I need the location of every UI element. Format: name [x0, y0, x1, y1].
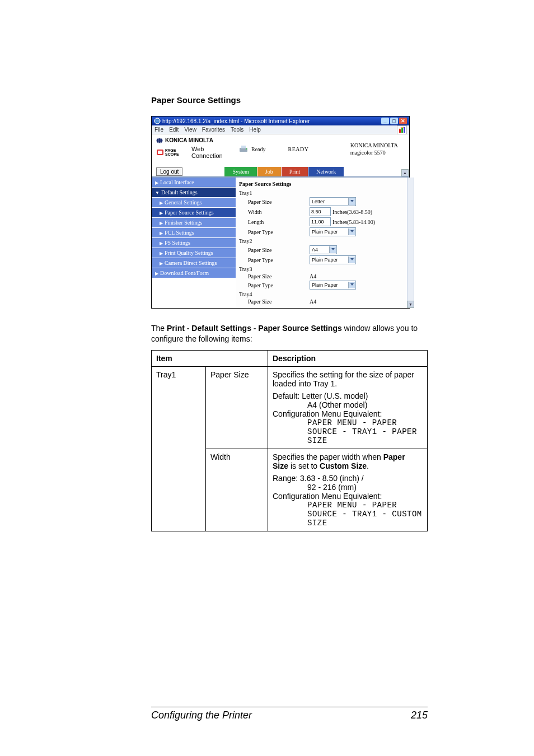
page-footer: Configuring the Printer 215 — [151, 707, 428, 721]
footer-page-number: 215 — [411, 710, 428, 721]
svg-rect-2 — [401, 128, 403, 133]
sidebar-item-camera-direct-settings[interactable]: ▶Camera Direct Settings — [152, 258, 236, 268]
tray2-papersize-label: Paper Size — [239, 247, 310, 253]
cell-width-desc: Specifies the paper width when Paper Siz… — [268, 449, 428, 531]
tray2-papersize-select[interactable]: A4 — [310, 245, 337, 254]
km-logo-icon — [156, 138, 163, 143]
sidebar-item-default-settings[interactable]: ▼Default Settings — [152, 188, 236, 198]
intro-paragraph: The Print - Default Settings - Paper Sou… — [151, 323, 428, 344]
close-button[interactable]: ✕ — [399, 118, 407, 124]
svg-point-6 — [158, 138, 161, 143]
cell-tray1: Tray1 — [152, 366, 206, 531]
svg-rect-10 — [241, 146, 246, 148]
sidebar-item-pcl-settings[interactable]: ▶PCL Settings — [152, 228, 236, 238]
brand-block: KONICA MINOLTA PAGE SCOPE Web Connection — [152, 134, 238, 164]
pagescope-label: Web Connection — [191, 146, 234, 159]
tab-network[interactable]: Network — [308, 167, 344, 176]
cell-papersize-desc: Specifies the setting for the size of pa… — [268, 366, 428, 449]
menu-view[interactable]: View — [184, 127, 196, 133]
tray2-papertype-label: Paper Type — [239, 257, 310, 263]
svg-rect-8 — [158, 151, 162, 154]
maximize-button[interactable]: □ — [390, 118, 398, 124]
tray1-papersize-label: Paper Size — [239, 199, 310, 205]
menu-bar: File Edit View Favorites Tools Help — [152, 125, 409, 134]
ie-throbber-icon — [397, 125, 407, 134]
tray1-papertype-select[interactable]: Plain Paper — [310, 227, 356, 236]
tray1-title: Tray1 — [239, 190, 310, 196]
tray1-papertype-label: Paper Type — [239, 229, 310, 235]
th-item: Item — [152, 350, 268, 366]
tray3-papertype-label: Paper Type — [239, 282, 310, 288]
menu-edit[interactable]: Edit — [169, 127, 179, 133]
tab-job[interactable]: Job — [257, 167, 282, 176]
sidebar-item-local-interface[interactable]: ▶Local Interface — [152, 178, 236, 188]
svg-rect-1 — [399, 129, 401, 133]
tray1-length-input[interactable]: 11.00 — [310, 217, 331, 226]
brand-name: KONICA MINOLTA — [165, 137, 213, 143]
scrollbar-track[interactable] — [407, 178, 414, 301]
menu-help[interactable]: Help — [249, 127, 261, 133]
menu-tools[interactable]: Tools — [231, 127, 243, 133]
cell-width: Width — [206, 449, 268, 531]
sidebar-item-ps-settings[interactable]: ▶PS Settings — [152, 238, 236, 248]
minimize-button[interactable]: _ — [381, 118, 389, 124]
sidebar-item-general-settings[interactable]: ▶General Settings — [152, 198, 236, 208]
window-titlebar: http://192.168.1.2/a_index.html - Micros… — [152, 116, 409, 125]
tray1-papersize-select[interactable]: Letter — [310, 197, 356, 206]
settings-table: Item Description Tray1 Paper Size Specif… — [151, 350, 428, 531]
tray2-papertype-select[interactable]: Plain Paper — [310, 255, 356, 264]
tray1-length-label: Length — [239, 219, 310, 225]
menu-favorites[interactable]: Favorites — [202, 127, 225, 133]
th-description: Description — [268, 350, 428, 366]
model-block: KONICA MINOLTA magicolor 5570 — [350, 142, 409, 156]
tray3-papertype-select[interactable]: Plain Paper — [310, 281, 356, 290]
sidebar-item-download-font-form[interactable]: ▶Download Font/Form — [152, 268, 236, 278]
menu-file[interactable]: File — [154, 127, 163, 133]
svg-rect-3 — [404, 127, 405, 133]
tray1-length-hint: Inches(5.83-14.00) — [332, 219, 375, 225]
printer-status-icon — [238, 144, 250, 154]
ie-icon — [154, 118, 161, 124]
tabs: System Job Print Network — [224, 167, 344, 176]
tray1-width-input[interactable]: 8.50 — [310, 207, 331, 216]
pagescope-icon — [156, 149, 163, 156]
content-heading: Paper Source Settings — [239, 181, 408, 187]
scroll-up-icon[interactable]: ▲ — [401, 169, 409, 176]
tray1-width-label: Width — [239, 209, 310, 215]
sidebar-item-paper-source-settings[interactable]: ▶Paper Source Settings — [152, 208, 236, 218]
pagescope-small: PAGE SCOPE — [165, 148, 189, 156]
window-title: http://192.168.1.2/a_index.html - Micros… — [162, 118, 310, 124]
tray4-papersize-label: Paper Size — [239, 298, 310, 305]
scroll-down-icon[interactable]: ▼ — [407, 301, 414, 308]
tray4-papersize-value: A4 — [310, 298, 316, 305]
tray4-title: Tray4 — [239, 291, 310, 297]
tab-print[interactable]: Print — [282, 167, 308, 176]
content-panel: Paper Source Settings Tray1 Paper Size L… — [236, 178, 409, 308]
status-ready-small: Ready — [251, 146, 266, 152]
tray3-papersize-value: A4 — [310, 273, 316, 279]
tray3-papersize-label: Paper Size — [239, 273, 310, 279]
cell-papersize: Paper Size — [206, 366, 268, 449]
svg-point-11 — [246, 148, 247, 150]
status-ready-word: READY — [288, 146, 309, 152]
footer-title: Configuring the Printer — [151, 710, 252, 721]
section-heading: Paper Source Settings — [151, 95, 428, 105]
sidebar: ▶Local Interface ▼Default Settings ▶Gene… — [152, 178, 236, 308]
sidebar-item-print-quality-settings[interactable]: ▶Print Quality Settings — [152, 248, 236, 258]
app-screenshot: http://192.168.1.2/a_index.html - Micros… — [151, 116, 410, 309]
sidebar-item-finisher-settings[interactable]: ▶Finisher Settings — [152, 218, 236, 228]
tray3-title: Tray3 — [239, 266, 310, 272]
tab-system[interactable]: System — [224, 167, 257, 176]
logout-button[interactable]: Log out — [156, 167, 182, 176]
tray1-width-hint: Inches(3.63-8.50) — [332, 209, 372, 215]
tray2-title: Tray2 — [239, 238, 310, 244]
